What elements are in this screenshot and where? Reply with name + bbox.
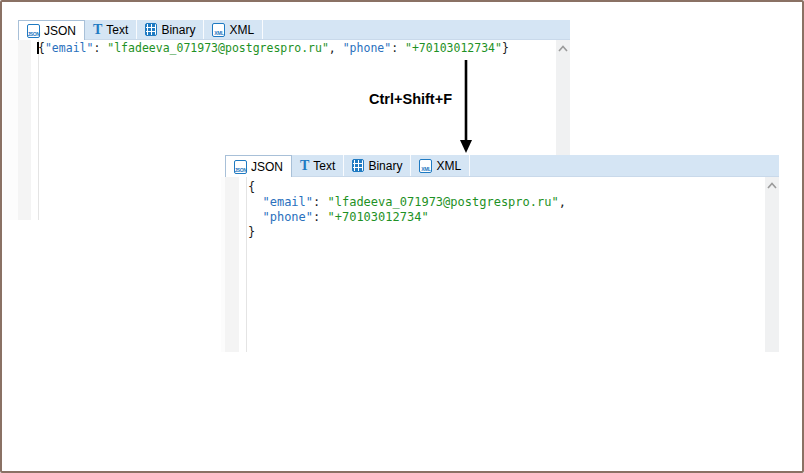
tab-text-label: Text bbox=[313, 159, 335, 173]
shortcut-label: Ctrl+Shift+F bbox=[340, 91, 452, 107]
text-icon: T bbox=[300, 159, 309, 173]
scroll-up-icon[interactable] bbox=[558, 45, 568, 52]
code-line: { bbox=[248, 180, 765, 195]
tab-binary-label: Binary bbox=[161, 23, 195, 37]
tab-json[interactable]: JSON JSON bbox=[18, 20, 85, 40]
scroll-up-icon[interactable] bbox=[767, 182, 777, 189]
tab-text[interactable]: T Text bbox=[292, 155, 344, 176]
tab-json[interactable]: JSON JSON bbox=[225, 155, 292, 177]
tab-json-label: JSON bbox=[44, 24, 76, 38]
code-line: {"email": "lfadeeva_071973@postgrespro.r… bbox=[37, 41, 556, 55]
editor-gutter-divider bbox=[246, 177, 247, 352]
tab-json-label: JSON bbox=[251, 160, 283, 174]
json-document-icon: JSON bbox=[27, 24, 40, 38]
value-panel-bottom-tabbar: JSON JSON T Text Binary XML XML bbox=[225, 155, 779, 177]
binary-grid-icon bbox=[145, 23, 157, 36]
json-editor-bottom: { "email": "lfadeeva_071973@postgrespro.… bbox=[221, 177, 779, 352]
tab-xml[interactable]: XML XML bbox=[411, 155, 470, 176]
tab-xml-label: XML bbox=[436, 159, 461, 173]
tab-binary[interactable]: Binary bbox=[137, 20, 204, 39]
code-line: } bbox=[248, 225, 765, 240]
text-icon: T bbox=[93, 23, 102, 37]
editor-gutter bbox=[225, 177, 239, 352]
tab-binary[interactable]: Binary bbox=[344, 155, 411, 176]
value-panel-top-tabbar: JSON JSON T Text Binary XML XML bbox=[18, 20, 570, 40]
tab-xml[interactable]: XML XML bbox=[204, 20, 263, 39]
screenshot-canvas: JSON JSON T Text Binary XML XML {"email"… bbox=[0, 0, 804, 473]
binary-grid-icon bbox=[352, 159, 364, 172]
tab-binary-label: Binary bbox=[368, 159, 402, 173]
down-arrow-icon bbox=[459, 60, 473, 155]
json-document-icon: JSON bbox=[234, 160, 247, 174]
xml-document-icon: XML bbox=[419, 159, 432, 173]
tab-text-label: Text bbox=[106, 23, 128, 37]
tab-xml-label: XML bbox=[229, 23, 254, 37]
json-text-formatted[interactable]: { "email": "lfadeeva_071973@postgrespro.… bbox=[248, 177, 765, 352]
xml-document-icon: XML bbox=[212, 23, 225, 37]
code-line: "email": "lfadeeva_071973@postgrespro.ru… bbox=[248, 195, 765, 210]
value-panel-bottom: JSON JSON T Text Binary XML XML { "email… bbox=[221, 155, 779, 352]
code-line: "phone": "+70103012734" bbox=[248, 210, 765, 225]
editor-gutter bbox=[18, 40, 31, 220]
vertical-scrollbar[interactable] bbox=[765, 177, 779, 352]
editor-left-margin bbox=[3, 40, 18, 220]
tab-text[interactable]: T Text bbox=[85, 20, 137, 39]
